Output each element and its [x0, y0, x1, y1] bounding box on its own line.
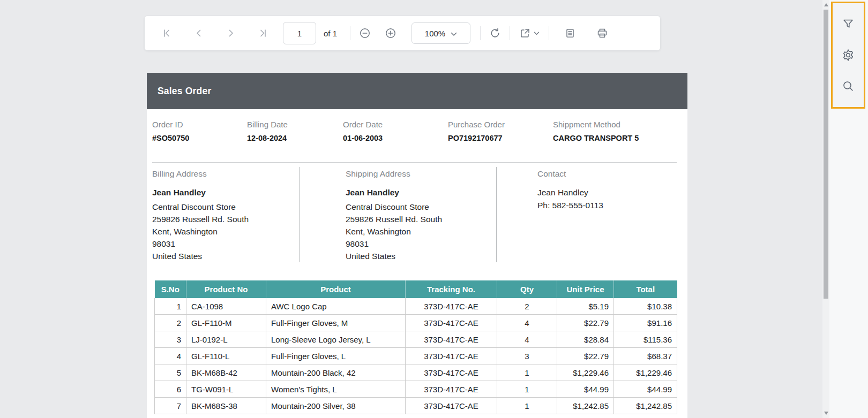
table-cell: 6: [155, 381, 186, 398]
address-line: Kent, Washington: [346, 225, 442, 238]
table-cell: $28.84: [557, 331, 614, 348]
table-cell: 3: [497, 348, 557, 364]
zoom-group: 100%: [356, 22, 475, 44]
first-page-button[interactable]: [158, 24, 176, 42]
table-cell: $91.16: [614, 315, 677, 331]
address-line: 259826 Russell Rd. South: [346, 213, 442, 225]
search-icon[interactable]: [840, 78, 856, 94]
toolbar-separator: [480, 26, 481, 40]
zoom-out-icon: [359, 27, 371, 39]
column-header: Total: [614, 280, 677, 298]
table-row: 1CA-1098AWC Logo Cap373D-417C-AE2$5.19$1…: [155, 298, 677, 315]
order-date-field: Order Date 01-06-2003: [343, 120, 383, 142]
table-cell: 373D-417C-AE: [406, 348, 497, 364]
document-icon: [565, 28, 575, 39]
last-page-button[interactable]: [254, 24, 272, 42]
export-button[interactable]: [515, 24, 543, 42]
billing-name: Jean Handley: [152, 186, 249, 199]
column-header: Unit Price: [557, 280, 614, 298]
address-line: Kent, Washington: [152, 225, 249, 238]
table-cell: $115.36: [614, 331, 677, 348]
toolbar-separator: [510, 26, 510, 40]
contact-label: Contact: [537, 169, 603, 179]
report-page: Sales Order Order ID #SO50750 Billing Da…: [147, 73, 687, 418]
table-cell: $1,229.46: [557, 364, 614, 381]
table-row: 7BK-M68S-38Mountain-200 Silver, 38373D-4…: [155, 398, 677, 414]
zoom-out-button[interactable]: [356, 24, 374, 42]
field-value: #SO50750: [152, 134, 189, 142]
toolbar-separator: [350, 26, 350, 40]
page-count-label: of 1: [324, 29, 337, 38]
page-number-input[interactable]: [283, 22, 316, 44]
address-line: United States: [152, 250, 249, 262]
table-cell: 2: [497, 298, 557, 315]
table-cell: 1: [497, 381, 557, 398]
table-cell: Women's Tights, L: [266, 381, 406, 398]
table-cell: $22.79: [557, 348, 614, 364]
settings-icon[interactable]: [840, 47, 856, 63]
print-icon: [596, 27, 608, 39]
shipment-method-field: Shippment Method CARGO TRANSPORT 5: [553, 120, 639, 142]
field-label: Purchase Order: [448, 120, 505, 129]
billing-address-label: Billing Address: [152, 169, 249, 179]
chevron-left-icon: [194, 28, 204, 38]
table-cell: 7: [155, 398, 186, 414]
table-cell: AWC Logo Cap: [266, 298, 406, 315]
table-cell: 4: [497, 315, 557, 331]
table-cell: $1,242.85: [614, 398, 677, 414]
table-cell: Long-Sleeve Logo Jersey, L: [266, 331, 406, 348]
table-cell: 2: [155, 315, 186, 331]
contact-block: Contact Jean Handley Ph: 582-555-0113: [537, 169, 603, 212]
print-button[interactable]: [593, 24, 611, 42]
toolbar-separator: [549, 26, 549, 40]
zoom-in-button[interactable]: [381, 24, 400, 42]
zoom-level-select[interactable]: 100%: [411, 22, 470, 44]
contact-phone: Ph: 582-555-0113: [537, 199, 603, 212]
table-cell: $68.37: [614, 348, 677, 364]
report-title-band: Sales Order: [147, 73, 687, 109]
column-header: Product No: [186, 280, 266, 298]
table-cell: GL-F110-M: [186, 315, 266, 331]
table-cell: $1,242.85: [557, 398, 614, 414]
scroll-down-arrow[interactable]: [822, 409, 829, 417]
table-row: 3LJ-0192-LLong-Sleeve Logo Jersey, L373D…: [155, 331, 677, 348]
table-cell: $5.19: [557, 298, 614, 315]
previous-page-button[interactable]: [190, 24, 208, 42]
table-cell: 373D-417C-AE: [406, 315, 497, 331]
table-cell: 1: [497, 398, 557, 414]
scrollbar-thumb[interactable]: [824, 10, 828, 299]
next-page-button[interactable]: [222, 24, 240, 42]
table-cell: Mountain-200 Silver, 38: [266, 398, 406, 414]
purchase-order-field: Purchase Order PO7192170677: [448, 120, 505, 142]
table-cell: Full-Finger Gloves, L: [266, 348, 406, 364]
vertical-scrollbar[interactable]: [822, 0, 829, 418]
field-label: Billing Date: [247, 120, 288, 129]
table-cell: $1,229.46: [614, 364, 677, 381]
column-header: Qty: [497, 280, 557, 298]
page-setup-button[interactable]: [561, 24, 579, 42]
table-cell: $10.38: [614, 298, 677, 315]
viewer-side-panel: [831, 2, 865, 109]
table-body: 1CA-1098AWC Logo Cap373D-417C-AE2$5.19$1…: [155, 298, 677, 414]
column-header: S.No: [155, 280, 186, 298]
scroll-up-arrow[interactable]: [822, 1, 829, 9]
table-cell: 373D-417C-AE: [406, 364, 497, 381]
table-cell: Full-Finger Gloves, M: [266, 315, 406, 331]
chevron-down-icon: [534, 32, 540, 35]
table-cell: BK-M68S-38: [186, 398, 266, 414]
chevron-down-icon: [451, 29, 457, 38]
billing-address-block: Billing Address Jean Handley Central Dis…: [152, 169, 249, 262]
vertical-divider: [496, 167, 497, 262]
report-title: Sales Order: [158, 86, 211, 97]
filter-icon[interactable]: [840, 16, 856, 32]
table-cell: GL-F110-L: [186, 348, 266, 364]
table-cell: $44.99: [557, 381, 614, 398]
table-header: S.NoProduct NoProductTracking No.QtyUnit…: [155, 280, 677, 298]
table-cell: LJ-0192-L: [186, 331, 266, 348]
report-viewer-toolbar: of 1 100%: [145, 16, 660, 50]
table-cell: CA-1098: [186, 298, 266, 315]
address-line: 98031: [152, 238, 249, 250]
field-label: Order ID: [152, 120, 189, 129]
page-navigation-group: [158, 24, 272, 42]
refresh-button[interactable]: [486, 24, 504, 42]
